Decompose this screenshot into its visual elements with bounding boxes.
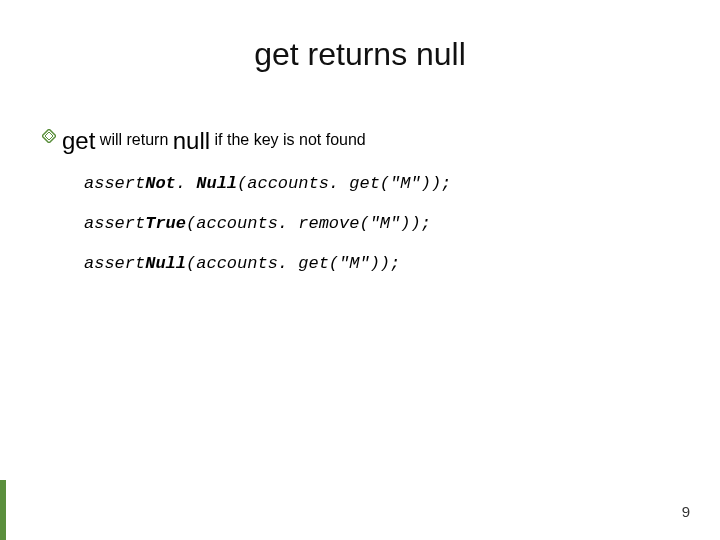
title-word-null: null [416, 36, 466, 72]
bullet-mid1: will return [95, 131, 172, 148]
code2-b: True [145, 214, 186, 233]
diamond-bullet-icon [42, 128, 56, 149]
title-middle: returns [299, 36, 416, 72]
code1-b: Not [145, 174, 176, 193]
code1-e: (accounts. get("M")); [237, 174, 451, 193]
slide: get returns null get will return null if… [0, 0, 720, 540]
page-title: get returns null [0, 36, 720, 73]
svg-marker-1 [45, 132, 53, 140]
code1-c: . [176, 174, 196, 193]
bullet-line: get will return null if the key is not f… [42, 125, 680, 156]
code-line-3: assertNull(accounts. get("M")); [84, 254, 400, 273]
accent-bar [0, 480, 6, 540]
code3-c: (accounts. get("M")); [186, 254, 400, 273]
code-line-2: assertTrue(accounts. remove("M")); [84, 214, 431, 233]
code3-a: assert [84, 254, 145, 273]
svg-marker-0 [42, 129, 56, 143]
page-number: 9 [682, 503, 690, 520]
code2-a: assert [84, 214, 145, 233]
bullet-word-null: null [173, 127, 210, 154]
bullet-word-get: get [62, 127, 95, 154]
code3-b: Null [145, 254, 186, 273]
code-line-1: assertNot. Null(accounts. get("M")); [84, 174, 451, 193]
code2-c: (accounts. remove("M")); [186, 214, 431, 233]
bullet-mid2: if the key is not found [210, 131, 366, 148]
title-word-get: get [254, 36, 298, 72]
code1-a: assert [84, 174, 145, 193]
code1-d: Null [196, 174, 237, 193]
